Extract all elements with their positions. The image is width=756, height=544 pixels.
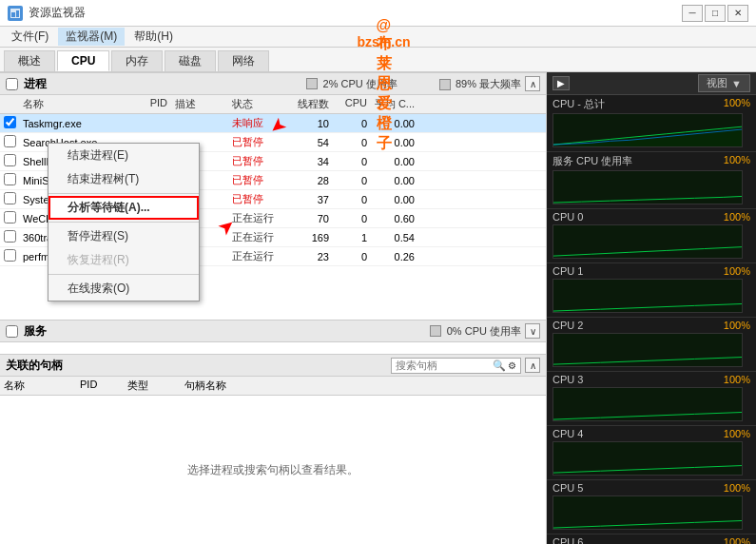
cpu-graph-total: CPU - 总计 100%	[547, 95, 756, 152]
cpu-0-percent: 100%	[724, 211, 750, 223]
cpu-graph-0: CPU 0 100%	[547, 209, 756, 263]
col-header-cpu[interactable]: CPU	[333, 97, 371, 111]
row-checkbox[interactable]	[4, 154, 16, 166]
ctx-search-online[interactable]: 在线搜索(O)	[48, 277, 199, 301]
watermark-url: bzsln.cn	[357, 34, 410, 49]
row-checkbox[interactable]	[4, 230, 16, 243]
row-checkbox[interactable]	[4, 116, 16, 128]
handles-col-handle[interactable]: 句柄名称	[181, 379, 323, 393]
title-bar-left: 资源监视器	[8, 5, 86, 21]
services-cpu-usage: 0% CPU 使用率	[447, 324, 521, 339]
row-checkbox[interactable]	[4, 173, 16, 185]
app-title: 资源监视器	[29, 5, 86, 21]
svg-rect-9	[553, 442, 742, 475]
col-header-name[interactable]: 名称	[19, 97, 124, 111]
cpu-indicator-icon	[306, 78, 318, 89]
process-section-header: 进程 2% CPU 使用率 89% 最大频率 ∧	[0, 72, 546, 95]
process-avgcpu: 0.54	[371, 232, 418, 243]
tab-disk[interactable]: 磁盘	[165, 50, 216, 71]
handles-col-type[interactable]: 类型	[124, 379, 181, 393]
ctx-end-process-tree[interactable]: 结束进程树(T)	[48, 167, 199, 191]
cpu-service-percent: 100%	[724, 154, 750, 168]
col-header-status[interactable]: 状态	[228, 97, 285, 111]
process-name: Taskmgr.exe	[19, 118, 124, 129]
view-label: 视图	[707, 76, 727, 90]
cpu-0-graph	[552, 224, 743, 259]
handles-table-header: 名称 PID 类型 句柄名称	[0, 377, 546, 396]
row-checkbox[interactable]	[4, 211, 16, 223]
handles-options-icon[interactable]: ⚙	[508, 360, 516, 371]
handles-empty-message: 选择进程或搜索句柄以查看结果。	[187, 462, 359, 478]
cpu-6-percent: 100%	[724, 536, 750, 544]
process-status: 正在运行	[228, 211, 285, 225]
cpu-5-graph	[552, 495, 743, 530]
close-button[interactable]: ✕	[727, 5, 748, 22]
handles-col-pid[interactable]: PID	[76, 379, 124, 393]
ctx-analyze-wait[interactable]: 分析等待链(A)...	[48, 196, 199, 220]
row-checkbox[interactable]	[4, 192, 16, 204]
process-threads: 34	[285, 156, 333, 167]
process-cpu: 0	[333, 213, 371, 224]
process-avgcpu: 0.00	[371, 175, 418, 186]
process-cpu: 0	[333, 175, 371, 186]
menu-file[interactable]: 文件(F)	[4, 28, 56, 46]
process-avgcpu: 0.26	[371, 251, 418, 262]
services-section-checkbox[interactable]	[6, 325, 18, 338]
cpu-6-label: CPU 6	[552, 536, 583, 544]
process-collapse-button[interactable]: ∧	[525, 76, 540, 91]
services-cpu-icon	[430, 325, 441, 337]
services-section-header: 服务 0% CPU 使用率 ∨	[0, 320, 546, 342]
process-status: 已暂停	[228, 154, 285, 168]
tab-cpu[interactable]: CPU	[57, 50, 109, 71]
left-panel: 进程 2% CPU 使用率 89% 最大频率 ∧ 名称 PID 描述	[0, 72, 547, 544]
process-status: 已暂停	[228, 173, 285, 187]
right-panel: ▶ 视图 ▼ CPU - 总计 100%	[547, 72, 756, 544]
svg-rect-2	[16, 10, 19, 17]
process-max-freq: 89% 最大频率	[439, 77, 521, 91]
col-header-desc[interactable]: 描述	[171, 97, 228, 111]
services-section-info: 0% CPU 使用率 ∨	[430, 323, 540, 339]
menu-help[interactable]: 帮助(H)	[126, 28, 181, 46]
cpu-graph-2: CPU 2 100%	[547, 318, 756, 372]
process-cpu: 0	[333, 118, 371, 129]
cpu-1-graph	[552, 279, 743, 313]
cpu-indicator-freq-icon	[439, 79, 451, 90]
handles-search-input[interactable]	[396, 359, 491, 371]
row-checkbox[interactable]	[4, 135, 16, 147]
handles-col-name[interactable]: 名称	[0, 379, 76, 393]
svg-rect-1	[11, 12, 15, 17]
tab-overview[interactable]: 概述	[4, 50, 55, 71]
process-status: 未响应	[228, 116, 285, 130]
handles-section: 关联的句柄 🔍 ⚙ ∧ 名称 PID 类型 句柄名称 选	[0, 354, 546, 544]
process-cpu: 0	[333, 251, 371, 262]
cpu-3-graph	[552, 387, 743, 421]
tab-network[interactable]: 网络	[218, 50, 269, 71]
menu-monitor[interactable]: 监视器(M)	[58, 28, 125, 46]
ctx-end-process[interactable]: 结束进程(E)	[48, 144, 199, 167]
process-threads: 169	[285, 232, 333, 243]
window-controls: ─ □ ✕	[682, 5, 748, 22]
tab-memory[interactable]: 内存	[111, 50, 163, 71]
ctx-suspend[interactable]: 暂停进程(S)	[48, 224, 199, 248]
col-header-pid[interactable]: PID	[124, 97, 171, 111]
right-nav-prev[interactable]: ▶	[552, 76, 570, 90]
table-row[interactable]: Taskmgr.exe 未响应 10 0 0.00	[0, 114, 546, 133]
services-collapse-button[interactable]: ∨	[525, 323, 540, 339]
cpu-graph-3: CPU 3 100%	[547, 372, 756, 426]
minimize-button[interactable]: ─	[682, 5, 703, 22]
handles-body: 选择进程或搜索句柄以查看结果。	[0, 396, 546, 544]
col-header-threads[interactable]: 线程数	[285, 97, 333, 111]
process-section-checkbox[interactable]	[6, 78, 18, 90]
process-cpu: 0	[333, 194, 371, 205]
handles-section-header: 关联的句柄 🔍 ⚙ ∧	[0, 354, 546, 377]
maximize-button[interactable]: □	[705, 5, 726, 22]
search-icon[interactable]: 🔍	[493, 359, 506, 372]
process-cpu: 0	[333, 156, 371, 167]
cpu-graph-1: CPU 1 100%	[547, 263, 756, 318]
process-threads: 23	[285, 251, 333, 262]
view-button[interactable]: 视图 ▼	[698, 74, 750, 92]
handles-collapse-button[interactable]: ∧	[525, 358, 540, 373]
ctx-divider-3	[48, 274, 199, 275]
process-table-body[interactable]: Taskmgr.exe 未响应 10 0 0.00 SearchHost.exe…	[0, 114, 546, 320]
row-checkbox[interactable]	[4, 249, 16, 262]
